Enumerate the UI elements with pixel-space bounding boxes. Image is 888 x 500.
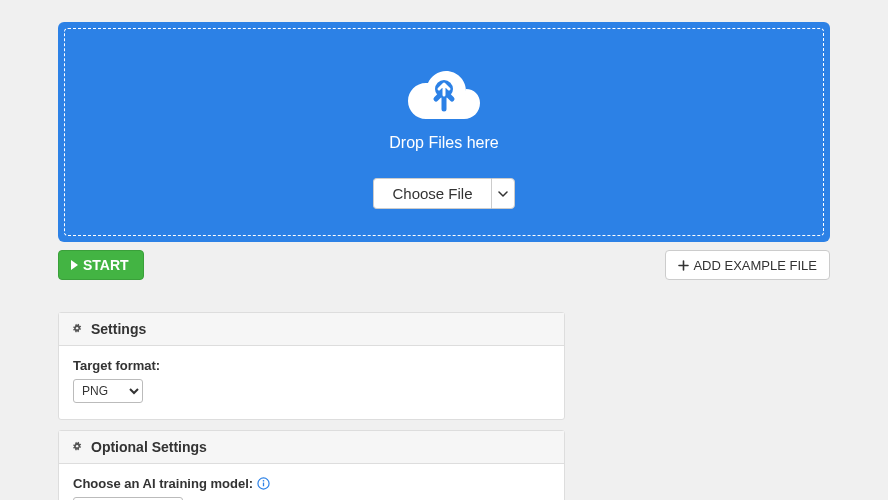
settings-panel-header: Settings [59, 313, 564, 346]
svg-point-2 [76, 445, 78, 447]
target-format-label: Target format: [73, 358, 550, 373]
choose-file-button[interactable]: Choose File [373, 178, 490, 209]
play-icon [69, 259, 79, 271]
settings-panel: Settings Target format: PNG [58, 312, 565, 420]
optional-settings-panel: Optional Settings Choose an AI training … [58, 430, 565, 500]
gears-icon [71, 440, 85, 454]
add-example-file-label: ADD EXAMPLE FILE [693, 258, 817, 273]
dropzone-text: Drop Files here [65, 134, 823, 152]
cloud-upload-icon [406, 67, 482, 126]
dropzone-inner[interactable]: Drop Files here Choose File [64, 28, 824, 236]
svg-point-5 [263, 480, 265, 482]
plus-icon [678, 260, 689, 271]
optional-settings-title: Optional Settings [91, 439, 207, 455]
settings-title: Settings [91, 321, 146, 337]
info-icon[interactable] [257, 477, 270, 490]
gears-icon [71, 322, 85, 336]
ai-model-label: Choose an AI training model: [73, 476, 253, 491]
optional-settings-panel-header: Optional Settings [59, 431, 564, 464]
target-format-select[interactable]: PNG [73, 379, 143, 403]
chevron-down-icon [498, 189, 508, 199]
svg-rect-4 [263, 483, 264, 487]
choose-file-dropdown-toggle[interactable] [491, 178, 515, 209]
dropzone[interactable]: Drop Files here Choose File [58, 22, 830, 242]
start-button[interactable]: START [58, 250, 144, 280]
svg-point-1 [76, 327, 78, 329]
add-example-file-button[interactable]: ADD EXAMPLE FILE [665, 250, 830, 280]
start-button-label: START [83, 257, 129, 273]
